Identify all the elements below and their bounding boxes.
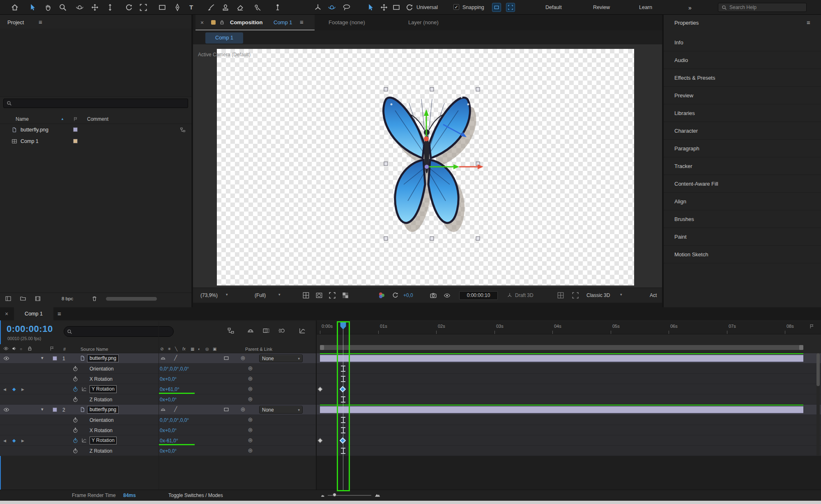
column-index[interactable]: # [63,347,66,352]
mask-visibility-icon[interactable] [315,292,323,299]
layer-row-2[interactable]: ▾ 2 butterfly.png ╱ ◎ None ▾ [0,405,821,415]
property-row-x-rotation[interactable]: X Rotation 0x+0,0° ◎ [0,374,821,384]
gizmo-x-axis-arrow[interactable] [478,164,483,169]
panel-item-brushes[interactable]: Brushes [664,210,821,228]
workspace-overflow-icon[interactable]: » [688,5,692,11]
local-axis-mode-icon[interactable] [314,3,322,12]
stopwatch-icon[interactable] [72,386,78,392]
panel-item-preview[interactable]: Preview [664,87,821,104]
pick-whip-icon[interactable]: ◎ [241,407,245,412]
panel-item-motion-sketch[interactable]: Motion Sketch [664,246,821,263]
renderer-select[interactable]: Classic 3D [586,292,610,298]
camera-select-truncated[interactable]: Act [650,292,657,298]
panel-menu-icon[interactable]: ≡ [57,311,61,317]
property-row-z-rotation[interactable]: Z Rotation 0x+0,0° ◎ [0,446,821,456]
panel-menu-icon[interactable]: ≡ [807,19,810,25]
zoom-in-mountain-icon[interactable] [375,492,381,498]
property-name[interactable]: Y Rotation [90,385,117,393]
quality-icon[interactable]: ╱ [174,407,177,412]
orbit-camera-tool-icon[interactable] [76,3,84,12]
help-search[interactable] [718,3,807,12]
switch-3d-icon[interactable]: ▣ [213,347,216,351]
camera-tool-icon[interactable] [139,3,147,12]
trash-icon[interactable] [91,295,98,302]
color-depth-button[interactable]: 8 bpc [62,296,73,301]
timeline-search[interactable] [64,326,174,337]
property-value[interactable]: 0,0°,0,0°,0,0° [160,417,189,423]
expand-chevron-icon[interactable]: ▾ [41,407,44,412]
pick-whip-icon[interactable]: ◎ [248,386,252,391]
item-name[interactable]: butterfly.png [21,127,48,133]
pick-whip-icon[interactable]: ◎ [248,448,252,453]
tab-label[interactable]: Composition [230,19,262,25]
label-color-swatch[interactable] [53,407,57,412]
tab-layer[interactable]: Layer (none) [408,19,439,25]
switch-fx-icon[interactable]: fx [182,347,186,351]
switch-shy-icon[interactable]: ⊘ [160,347,163,351]
property-name[interactable]: Y Rotation [90,437,117,444]
gizmo-position-mode-icon[interactable] [380,3,388,12]
draft-3d-button[interactable]: Draft 3D [515,292,534,298]
gizmo-green-arrow[interactable] [453,164,459,169]
shy-icon[interactable] [160,407,166,412]
draft-3d-icon[interactable] [507,292,513,298]
label-color-swatch[interactable] [73,139,78,143]
stopwatch-icon[interactable] [72,417,78,423]
new-composition-icon[interactable] [34,295,41,302]
current-keyframe-icon[interactable]: ◆ [12,438,16,443]
view-axis-mode-icon[interactable] [343,3,351,12]
transparency-grid-icon[interactable] [342,292,349,299]
pick-whip-icon[interactable]: ◎ [248,437,252,442]
workspace-default[interactable]: Default [545,5,562,10]
gizmo-center-handle[interactable] [425,165,429,169]
type-tool-icon[interactable]: T [189,4,193,11]
next-keyframe-icon[interactable]: ▶ [21,387,24,391]
gizmo-mode-label[interactable]: Universal [416,5,438,10]
switch-motion-blur-icon[interactable]: ◐ [198,347,200,351]
expand-chevron-icon[interactable]: ▾ [41,356,44,360]
project-item-comp1[interactable]: Comp 1 [0,136,191,147]
current-time-display[interactable]: 0:00:00:10 [7,324,53,334]
pan-camera-tool-icon[interactable] [91,3,99,12]
property-name[interactable]: Z Rotation [90,448,112,454]
solo-icon[interactable]: ○ [20,347,22,351]
reset-exposure-icon[interactable] [392,292,399,299]
gizmo-rotation-mode-icon[interactable] [405,3,414,12]
brush-tool-icon[interactable] [207,3,215,12]
stopwatch-icon[interactable] [72,448,78,454]
collapse-icon[interactable] [223,407,229,412]
work-area-bar[interactable] [320,345,803,350]
vertical-scrollbar[interactable] [816,353,820,456]
column-graph-divider[interactable] [316,320,317,490]
snapping-checkbox[interactable]: ✓ [453,4,459,10]
grid-guides-icon[interactable] [302,292,310,299]
extended-viewer-icon[interactable] [572,292,579,299]
magnification-select[interactable]: (73,9%) [200,292,218,298]
column-comment[interactable]: Comment [87,116,108,122]
keyframe[interactable] [317,387,323,392]
selection-tool-icon[interactable] [28,3,37,12]
anchor-point[interactable] [424,136,429,141]
hand-tool-icon[interactable] [44,3,52,12]
tab-comp1[interactable]: Comp 1 [14,307,53,320]
panel-item-effects-presets[interactable]: Effects & Presets [664,69,821,87]
pick-whip-icon[interactable]: ◎ [241,355,245,360]
world-axis-mode-icon[interactable] [328,3,336,12]
new-folder-icon[interactable] [20,295,26,302]
stopwatch-icon[interactable] [72,437,78,444]
stopwatch-icon[interactable] [72,376,78,382]
audio-icon[interactable] [11,346,17,351]
lock-icon[interactable] [219,20,225,25]
tab-composition[interactable]: × Composition Comp 1 ≡ [195,15,315,30]
label-color-swatch[interactable] [73,127,78,132]
label-column-icon[interactable] [49,346,55,351]
scrollbar-thumb[interactable] [816,353,820,386]
comp-marker-icon[interactable] [809,324,814,329]
property-row-z-rotation[interactable]: Z Rotation 0x+0,0° ◎ [0,394,821,405]
snap-to-feature-icon[interactable] [492,3,501,12]
parent-link-select[interactable]: None ▾ [259,406,303,414]
show-snapshot-icon[interactable] [444,292,451,299]
rotation-tool-icon[interactable] [125,3,133,12]
property-value[interactable]: 0x+0,0° [160,376,177,382]
column-divider[interactable] [159,321,159,490]
